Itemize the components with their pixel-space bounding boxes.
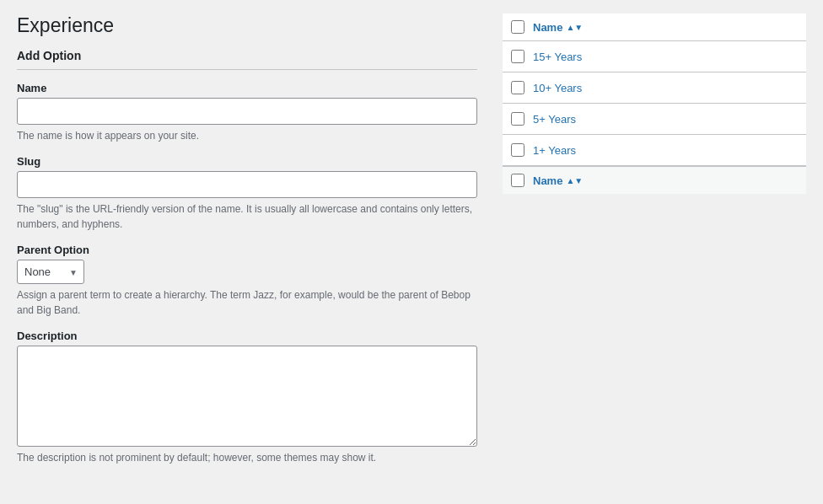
footer-sort-icon[interactable]: ▲▼ — [566, 176, 583, 185]
header-checkbox[interactable] — [511, 20, 524, 34]
footer-name-label: Name ▲▼ — [533, 174, 583, 187]
name-label: Name — [17, 82, 477, 94]
table-footer-row: Name ▲▼ — [503, 166, 806, 194]
description-label: Description — [17, 330, 477, 342]
row-label: 1+ Years — [533, 144, 576, 157]
description-textarea[interactable] — [17, 346, 477, 447]
add-option-heading: Add Option — [17, 49, 477, 70]
parent-help-text: Assign a parent term to create a hierarc… — [17, 287, 477, 318]
name-input[interactable] — [17, 98, 477, 125]
row-checkbox[interactable] — [511, 143, 524, 157]
slug-input[interactable] — [17, 171, 477, 198]
row-label: 5+ Years — [533, 113, 576, 126]
row-checkbox[interactable] — [511, 112, 524, 126]
name-help-text: The name is how it appears on your site. — [17, 128, 477, 143]
row-label: 15+ Years — [533, 51, 582, 63]
header-name-text: Name — [533, 21, 562, 34]
table-row: 5+ Years — [503, 104, 806, 135]
parent-select[interactable]: None — [17, 260, 84, 284]
row-checkbox[interactable] — [511, 50, 524, 63]
table-row: 1+ Years — [503, 135, 806, 166]
parent-option-group: Parent Option None ▼ Assign a parent ter… — [17, 244, 477, 318]
footer-name-text: Name — [533, 174, 562, 187]
name-field-group: Name The name is how it appears on your … — [17, 82, 477, 143]
footer-checkbox[interactable] — [511, 174, 524, 187]
slug-help-text: The "slug" is the URL-friendly version o… — [17, 201, 477, 232]
table-row: 10+ Years — [503, 72, 806, 104]
parent-label: Parent Option — [17, 244, 477, 256]
slug-label: Slug — [17, 155, 477, 168]
row-label: 10+ Years — [533, 82, 582, 94]
slug-field-group: Slug The "slug" is the URL-friendly vers… — [17, 155, 477, 232]
description-field-group: Description The description is not promi… — [17, 330, 477, 465]
page-title: Experience — [17, 13, 477, 39]
description-help-text: The description is not prominent by defa… — [17, 450, 477, 465]
parent-select-wrapper: None ▼ — [17, 260, 84, 284]
sort-icon[interactable]: ▲▼ — [566, 23, 583, 32]
row-checkbox[interactable] — [511, 81, 524, 94]
options-panel: Name ▲▼ 15+ Years 10+ Years 5+ Years 1+ … — [503, 13, 806, 477]
header-name-label: Name ▲▼ — [533, 21, 583, 34]
table-header-row: Name ▲▼ — [503, 13, 806, 41]
table-row: 15+ Years — [503, 41, 806, 72]
